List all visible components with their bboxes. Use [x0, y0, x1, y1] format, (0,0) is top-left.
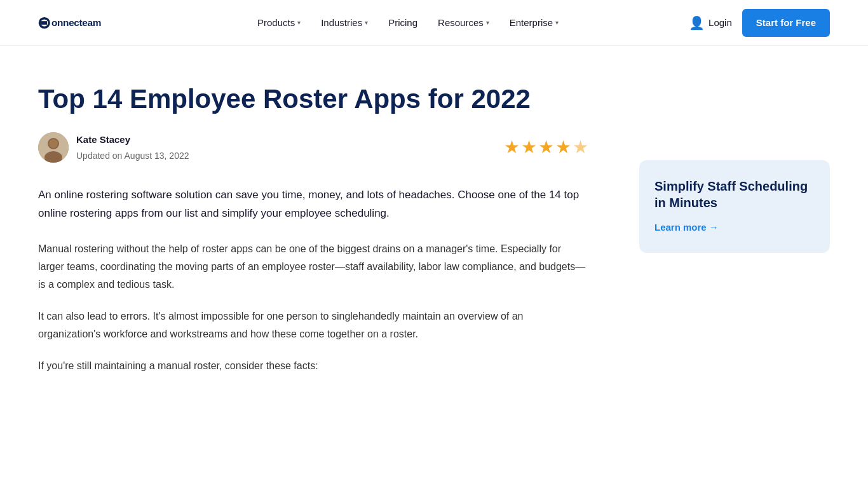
nav-label-pricing: Pricing: [388, 15, 417, 30]
nav-item-industries[interactable]: Industries ▾: [321, 15, 368, 30]
star-4: ★: [555, 133, 571, 162]
login-button[interactable]: 👤 Login: [689, 13, 732, 33]
logo: onnecteam: [38, 13, 127, 33]
logo-svg: onnecteam: [38, 13, 127, 33]
author-date-prefix: Updated on: [76, 151, 122, 161]
nav-link-resources[interactable]: Resources ▾: [438, 15, 489, 30]
article-body: Manual rostering without the help of ros…: [38, 240, 588, 375]
nav-link-enterprise[interactable]: Enterprise ▾: [510, 15, 559, 30]
svg-point-7: [49, 139, 58, 148]
article-title: Top 14 Employee Roster Apps for 2022: [38, 84, 588, 114]
chevron-enterprise-icon: ▾: [555, 18, 559, 28]
author-details: Kate Stacey Updated on August 13, 2022: [76, 132, 189, 163]
nav-label-products: Products: [257, 15, 295, 30]
nav-item-products[interactable]: Products ▾: [257, 15, 301, 30]
body-paragraph-3: If you're still maintaining a manual ros…: [38, 357, 588, 375]
logo-link[interactable]: onnecteam: [38, 13, 127, 33]
sidebar-card-learn-more-link[interactable]: Learn more →: [654, 220, 815, 235]
avatar-svg: [38, 132, 69, 163]
sidebar-card: Simplify Staff Scheduling in Minutes Lea…: [639, 160, 830, 253]
nav-link-pricing[interactable]: Pricing: [388, 15, 417, 30]
chevron-products-icon: ▾: [297, 18, 301, 28]
nav-link-industries[interactable]: Industries ▾: [321, 15, 368, 30]
start-for-free-button[interactable]: Start for Free: [742, 9, 830, 37]
navigation: onnecteam Products ▾ Industries ▾ Pricin…: [0, 0, 868, 46]
nav-item-enterprise[interactable]: Enterprise ▾: [510, 15, 559, 30]
user-icon: 👤: [689, 13, 705, 33]
author-name: Kate Stacey: [76, 132, 189, 147]
nav-actions: 👤 Login Start for Free: [689, 9, 830, 37]
main-content: Top 14 Employee Roster Apps for 2022: [38, 84, 588, 389]
star-1: ★: [504, 133, 520, 162]
article-rating: ★ ★ ★ ★ ★: [504, 133, 588, 162]
nav-link-products[interactable]: Products ▾: [257, 15, 301, 30]
svg-text:onnecteam: onnecteam: [51, 17, 101, 27]
article-intro: An online rostering software solution ca…: [38, 186, 588, 223]
author-avatar: [38, 132, 69, 163]
start-label: Start for Free: [756, 17, 816, 28]
star-3: ★: [538, 133, 554, 162]
nav-item-resources[interactable]: Resources ▾: [438, 15, 489, 30]
nav-links: Products ▾ Industries ▾ Pricing Resource…: [257, 15, 559, 30]
sidebar-card-title: Simplify Staff Scheduling in Minutes: [654, 178, 815, 211]
login-label: Login: [709, 15, 732, 30]
nav-label-resources: Resources: [438, 15, 484, 30]
nav-label-enterprise: Enterprise: [510, 15, 553, 30]
page-container: Top 14 Employee Roster Apps for 2022: [0, 46, 868, 427]
nav-label-industries: Industries: [321, 15, 362, 30]
chevron-industries-icon: ▾: [365, 18, 368, 28]
svg-rect-2: [41, 21, 47, 25]
author-date-value: August 13, 2022: [125, 151, 189, 161]
author-date: Updated on August 13, 2022: [76, 149, 189, 163]
star-2: ★: [521, 133, 537, 162]
sidebar: Simplify Staff Scheduling in Minutes Lea…: [639, 84, 830, 389]
star-5-half: ★: [573, 133, 588, 162]
body-paragraph-1: Manual rostering without the help of ros…: [38, 240, 588, 294]
body-paragraph-2: It can also lead to errors. It's almost …: [38, 308, 588, 343]
chevron-resources-icon: ▾: [486, 18, 489, 28]
author-info: Kate Stacey Updated on August 13, 2022: [38, 132, 189, 163]
article-meta: Kate Stacey Updated on August 13, 2022 ★…: [38, 132, 588, 163]
nav-item-pricing[interactable]: Pricing: [388, 15, 417, 30]
